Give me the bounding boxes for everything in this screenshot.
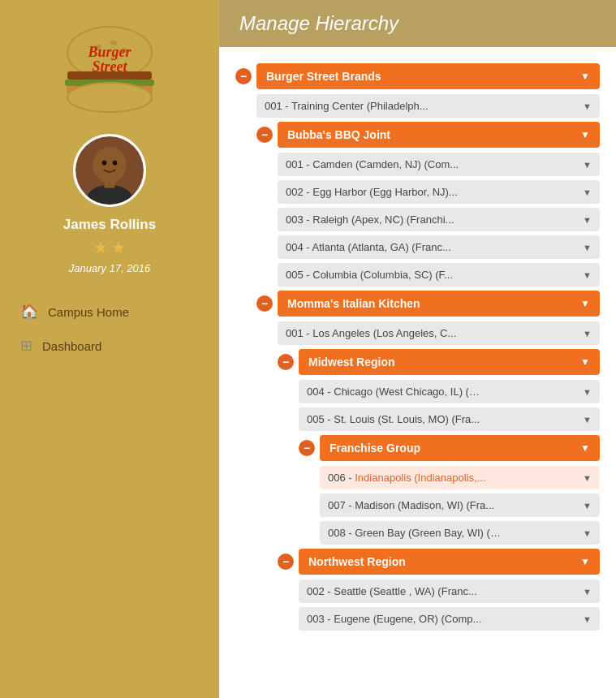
group-label-text-midwest: Midwest Region xyxy=(308,355,395,368)
svg-rect-13 xyxy=(104,179,114,187)
dropdown-arrow-chicago: ▼ xyxy=(583,387,592,397)
user-date: January 17, 2016 xyxy=(69,262,150,274)
leaf-label-los-angeles[interactable]: 001 - Los Angeles (Los Angeles, C... ▼ xyxy=(278,321,600,345)
home-icon: 🏠 xyxy=(20,303,38,321)
leaf-label-atlanta[interactable]: 004 - Atlanta (Atlanta, GA) (Franc... ▼ xyxy=(278,235,600,259)
sidebar-nav: 🏠 Campus Home ⊞ Dashboard xyxy=(0,295,219,363)
group-label-northwest[interactable]: Northwest Region ▼ xyxy=(299,549,600,575)
collapse-btn-burger-street[interactable]: − xyxy=(235,68,252,84)
leaf-row-green-bay: 008 - Green Bay (Green Bay, WI) (… ▼ xyxy=(320,521,600,545)
leaf-label-camden[interactable]: 001 - Camden (Camden, NJ) (Com... ▼ xyxy=(278,153,600,176)
star-2: ★ xyxy=(111,238,126,257)
group-row-bubbas: − Bubba's BBQ Joint ▼ xyxy=(256,122,600,148)
dropdown-arrow-mommas: ▼ xyxy=(580,298,590,309)
leaf-row-raleigh: 003 - Raleigh (Apex, NC) (Franchi... ▼ xyxy=(278,208,600,231)
leaf-text-raleigh: 003 - Raleigh (Apex, NC) (Franchi... xyxy=(286,213,454,226)
leaf-label-eugene[interactable]: 003 - Eugene (Eugene, OR) (Comp... ▼ xyxy=(299,607,600,631)
leaf-label-raleigh[interactable]: 003 - Raleigh (Apex, NC) (Franchi... ▼ xyxy=(278,208,600,231)
sidebar-item-campus-home[interactable]: 🏠 Campus Home xyxy=(0,295,219,329)
dropdown-arrow-green-bay: ▼ xyxy=(583,528,592,538)
leaf-row-indianapolis: 006 - Indianapolis (Indianapolis,... ▼ xyxy=(320,466,600,489)
logo: Burger Street xyxy=(57,16,162,122)
svg-point-14 xyxy=(102,161,107,166)
sidebar-item-dashboard-label: Dashboard xyxy=(42,339,101,353)
leaf-text-training-center: 001 - Training Center (Philadelph... xyxy=(265,100,429,112)
collapse-btn-northwest[interactable]: − xyxy=(278,554,294,570)
dropdown-arrow-burger-street: ▼ xyxy=(580,71,590,82)
star-1: ★ xyxy=(93,238,108,257)
page-header: Manage Hierarchy xyxy=(219,0,616,47)
leaf-text-eugene: 003 - Eugene (Eugene, OR) (Comp... xyxy=(307,613,481,625)
leaf-row-egg-harbor: 002 - Egg Harbor (Egg Harbor, NJ)... ▼ xyxy=(278,180,600,204)
leaf-text-seattle: 002 - Seattle (Seattle , WA) (Franc... xyxy=(307,585,477,597)
dropdown-arrow-egg-harbor: ▼ xyxy=(583,187,592,197)
svg-text:Street: Street xyxy=(93,58,128,75)
leaf-row-eugene: 003 - Eugene (Eugene, OR) (Comp... ▼ xyxy=(299,607,600,631)
group-row-mommas: − Momma's Italian Kitchen ▼ xyxy=(256,291,600,317)
leaf-row-chicago: 004 - Chicago (West Chicago, IL) (… ▼ xyxy=(299,380,600,403)
svg-point-11 xyxy=(93,147,126,183)
group-label-text-bubbas: Bubba's BBQ Joint xyxy=(287,128,390,141)
group-label-text-franchise: Franchise Group xyxy=(330,442,420,455)
group-label-franchise[interactable]: Franchise Group ▼ xyxy=(320,435,600,461)
leaf-label-st-louis[interactable]: 005 - St. Louis (St. Louis, MO) (Fra... … xyxy=(299,407,600,431)
collapse-btn-midwest[interactable]: − xyxy=(278,354,294,370)
svg-point-7 xyxy=(67,83,152,112)
dropdown-arrow-training-center: ▼ xyxy=(583,101,592,111)
leaf-text-atlanta: 004 - Atlanta (Atlanta, GA) (Franc... xyxy=(286,241,451,253)
sidebar-item-dashboard[interactable]: ⊞ Dashboard xyxy=(0,329,219,363)
dropdown-arrow-atlanta: ▼ xyxy=(583,243,592,252)
dashboard-icon: ⊞ xyxy=(20,337,32,355)
dropdown-arrow-franchise: ▼ xyxy=(580,442,590,454)
leaf-text-green-bay: 008 - Green Bay (Green Bay, WI) (… xyxy=(328,527,501,539)
dropdown-arrow-st-louis: ▼ xyxy=(583,415,592,424)
leaf-label-columbia[interactable]: 005 - Columbia (Columbia, SC) (F... ▼ xyxy=(278,263,600,287)
leaf-text-columbia: 005 - Columbia (Columbia, SC) (F... xyxy=(286,269,453,281)
leaf-text-camden: 001 - Camden (Camden, NJ) (Com... xyxy=(286,158,459,170)
avatar xyxy=(73,134,146,207)
sidebar-item-campus-home-label: Campus Home xyxy=(48,305,129,319)
leaf-label-chicago[interactable]: 004 - Chicago (West Chicago, IL) (… ▼ xyxy=(299,380,600,403)
collapse-btn-mommas[interactable]: − xyxy=(256,295,273,312)
group-label-midwest[interactable]: Midwest Region ▼ xyxy=(299,349,600,375)
group-label-bubbas[interactable]: Bubba's BBQ Joint ▼ xyxy=(278,122,600,148)
leaf-text-egg-harbor: 002 - Egg Harbor (Egg Harbor, NJ)... xyxy=(286,186,458,198)
leaf-row-columbia: 005 - Columbia (Columbia, SC) (F... ▼ xyxy=(278,263,600,287)
dropdown-arrow-indianapolis: ▼ xyxy=(583,473,592,483)
leaf-label-training-center[interactable]: 001 - Training Center (Philadelph... ▼ xyxy=(256,94,600,118)
leaf-text-st-louis: 005 - St. Louis (St. Louis, MO) (Fra... xyxy=(307,413,480,425)
leaf-label-egg-harbor[interactable]: 002 - Egg Harbor (Egg Harbor, NJ)... ▼ xyxy=(278,180,600,204)
main-content-area: Manage Hierarchy − Burger Street Brands … xyxy=(219,0,616,698)
collapse-btn-franchise[interactable]: − xyxy=(299,440,315,456)
leaf-text-los-angeles: 001 - Los Angeles (Los Angeles, C... xyxy=(286,327,456,339)
leaf-label-seattle[interactable]: 002 - Seattle (Seattle , WA) (Franc... ▼ xyxy=(299,580,600,603)
leaf-label-green-bay[interactable]: 008 - Green Bay (Green Bay, WI) (… ▼ xyxy=(320,521,600,545)
dropdown-arrow-seattle: ▼ xyxy=(583,587,592,597)
dropdown-arrow-northwest: ▼ xyxy=(580,556,590,567)
dropdown-arrow-bubbas: ▼ xyxy=(580,129,590,140)
group-row-burger-street: − Burger Street Brands ▼ xyxy=(235,63,600,89)
leaf-label-indianapolis[interactable]: 006 - Indianapolis (Indianapolis,... ▼ xyxy=(320,466,600,489)
leaf-row-camden: 001 - Camden (Camden, NJ) (Com... ▼ xyxy=(278,153,600,176)
leaf-row-st-louis: 005 - St. Louis (St. Louis, MO) (Fra... … xyxy=(299,407,600,431)
collapse-btn-bubbas[interactable]: − xyxy=(256,127,273,143)
group-label-mommas[interactable]: Momma's Italian Kitchen ▼ xyxy=(278,291,600,317)
page-title: Manage Hierarchy xyxy=(239,12,596,35)
hierarchy-container: − Burger Street Brands ▼ 001 - Training … xyxy=(219,47,616,651)
leaf-row-madison: 007 - Madison (Madison, WI) (Fra... ▼ xyxy=(320,493,600,517)
leaf-row-training-center: 001 - Training Center (Philadelph... ▼ xyxy=(256,94,600,118)
leaf-label-madison[interactable]: 007 - Madison (Madison, WI) (Fra... ▼ xyxy=(320,493,600,517)
sidebar: Burger Street James Rollins ★ ★ January … xyxy=(0,0,219,698)
user-name: James Rollins xyxy=(63,217,156,233)
dropdown-arrow-midwest: ▼ xyxy=(580,356,590,368)
leaf-row-los-angeles: 001 - Los Angeles (Los Angeles, C... ▼ xyxy=(278,321,600,345)
leaf-link-indianapolis: Indianapolis (Indianapolis,... xyxy=(355,472,485,484)
leaf-text-madison: 007 - Madison (Madison, WI) (Fra... xyxy=(328,499,494,511)
dropdown-arrow-los-angeles: ▼ xyxy=(583,329,592,338)
group-label-burger-street[interactable]: Burger Street Brands ▼ xyxy=(256,63,600,89)
svg-text:Burger: Burger xyxy=(87,44,131,60)
group-label-text-mommas: Momma's Italian Kitchen xyxy=(287,297,420,310)
dropdown-arrow-camden: ▼ xyxy=(583,160,592,170)
user-stars: ★ ★ xyxy=(93,238,126,257)
svg-point-15 xyxy=(113,161,118,166)
